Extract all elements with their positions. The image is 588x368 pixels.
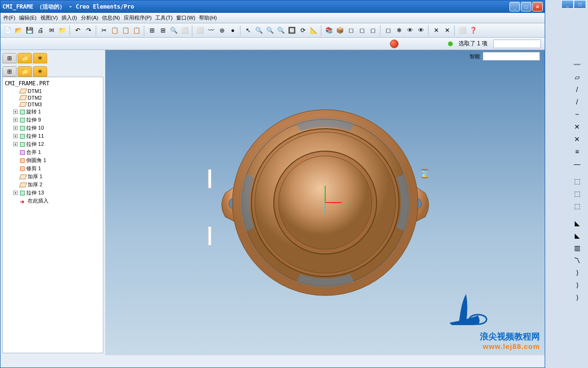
toolbar-button-24[interactable]: 🔲 [287, 25, 297, 36]
toolbar-button-31[interactable]: ◻ [368, 25, 378, 36]
right-toolbar-button-10[interactable]: ⬚ [571, 175, 583, 187]
toolbar-button-2[interactable]: 💾 [24, 25, 35, 36]
tab-tree-4[interactable]: ⊞ [2, 66, 17, 77]
tree-item[interactable]: DTM2 [5, 94, 101, 101]
right-toolbar-button-5[interactable]: ✕ [571, 121, 583, 133]
toolbar-button-12[interactable]: ⊞ [147, 25, 157, 36]
tree-item[interactable]: DTM3 [5, 101, 101, 108]
right-toolbar-button-6[interactable]: ✕ [571, 133, 583, 145]
toolbar-button-11[interactable]: 📋 [131, 25, 142, 36]
toolbar-button-19[interactable]: ● [228, 25, 238, 36]
right-toolbar-button-4[interactable]: ~ [571, 109, 583, 120]
tab-tree-3[interactable]: ✳ [33, 53, 47, 63]
close-button[interactable]: × [532, 2, 543, 11]
model-tree[interactable]: CMI_FRAME.PRT DTM1DTM2DTM3+旋转 1+拉伸 9+拉伸 … [2, 77, 103, 353]
toolbar-button-3[interactable]: 🖨 [35, 25, 46, 36]
expand-icon[interactable]: + [13, 191, 18, 195]
minimize-button[interactable]: _ [509, 2, 520, 11]
toolbar-button-13[interactable]: ⊞ [158, 25, 168, 36]
toolbar-button-18[interactable]: ⊕ [217, 25, 227, 36]
menu-view[interactable]: 视图(V) [39, 13, 60, 22]
toolbar-button-38[interactable]: ⬜ [457, 25, 468, 36]
right-toolbar-button-19[interactable]: ⟩ [571, 279, 583, 291]
toolbar-button-27[interactable]: 📚 [324, 25, 334, 36]
menu-analysis[interactable]: 分析(A) [79, 13, 100, 22]
right-toolbar-button-14[interactable]: ◣ [571, 217, 583, 229]
right-toolbar-button-2[interactable]: / [571, 84, 583, 95]
expand-icon[interactable]: + [13, 142, 18, 146]
stop-icon[interactable] [390, 40, 399, 48]
toolbar-button-33[interactable]: ❄ [394, 25, 404, 36]
menu-application[interactable]: 应用程序(P) [122, 13, 154, 22]
toolbar-button-37[interactable]: ✕ [442, 25, 452, 36]
toolbar-button-34[interactable]: 👁 [405, 25, 415, 36]
tree-item[interactable]: 加厚 1 [5, 173, 101, 181]
toolbar-button-9[interactable]: 📋 [110, 25, 120, 36]
tree-item[interactable]: +拉伸 13 [5, 189, 101, 197]
tab-tree-1[interactable]: ⊞ [2, 53, 17, 63]
expand-icon[interactable]: + [13, 118, 18, 122]
right-toolbar-button-20[interactable]: ⟩ [571, 292, 583, 303]
toolbar-button-30[interactable]: ◻ [357, 25, 367, 36]
right-toolbar-button-17[interactable]: 〽 [571, 255, 583, 266]
tree-item[interactable]: +拉伸 10 [5, 124, 101, 132]
toolbar-button-21[interactable]: 🔍 [254, 25, 264, 36]
tree-item[interactable]: ➜在此插入 [5, 197, 101, 205]
toolbar-button-32[interactable]: ◻ [383, 25, 393, 36]
outer-maximize-button[interactable]: □ [574, 0, 586, 9]
toolbar-button-16[interactable]: ⬜ [195, 25, 205, 36]
menu-edit[interactable]: 编辑(E) [17, 13, 39, 22]
toolbar-button-1[interactable]: 📂 [13, 25, 24, 36]
tab-tree-2[interactable]: 📁 [18, 53, 32, 63]
filter-input[interactable] [493, 40, 541, 48]
tree-item[interactable]: +拉伸 11 [5, 132, 101, 140]
tree-item[interactable]: +拉伸 12 [5, 140, 101, 148]
right-toolbar-button-7[interactable]: ≡ [571, 146, 583, 157]
toolbar-button-28[interactable]: 📦 [335, 25, 345, 36]
toolbar-button-35[interactable]: 👁 [416, 25, 426, 36]
toolbar-button-4[interactable]: ✉ [46, 25, 57, 36]
right-toolbar-button-11[interactable]: ⬚ [571, 188, 583, 199]
tree-item[interactable]: DTM1 [5, 88, 101, 94]
right-toolbar-button-1[interactable]: ▱ [571, 72, 583, 83]
smart-filter-input[interactable] [483, 52, 540, 61]
right-toolbar-button-15[interactable]: ◣ [571, 230, 583, 241]
toolbar-button-22[interactable]: 🔍 [265, 25, 275, 36]
outer-minimize-button[interactable]: _ [561, 0, 574, 9]
toolbar-button-5[interactable]: 📁 [57, 25, 68, 36]
tree-item[interactable]: 合并 1 [5, 148, 101, 156]
toolbar-button-6[interactable]: ↶ [72, 25, 83, 36]
expand-icon[interactable]: + [13, 126, 18, 130]
menu-insert[interactable]: 插入(I) [60, 13, 79, 22]
toolbar-button-39[interactable]: ❓ [468, 25, 478, 36]
right-toolbar-button-0[interactable]: 〰 [571, 59, 583, 71]
menu-window[interactable]: 窗口(W) [174, 13, 197, 22]
toolbar-button-29[interactable]: ◻ [346, 25, 356, 36]
toolbar-button-17[interactable]: 〰 [206, 25, 216, 36]
toolbar-button-10[interactable]: 📋 [120, 25, 131, 36]
right-toolbar-button-16[interactable]: ▥ [571, 242, 583, 254]
toolbar-button-26[interactable]: 📐 [309, 25, 319, 36]
tree-item[interactable]: +拉伸 9 [5, 116, 101, 124]
menu-help[interactable]: 帮助(H) [197, 13, 219, 22]
toolbar-button-23[interactable]: 🔍 [276, 25, 286, 36]
tree-item[interactable]: 修剪 1 [5, 164, 101, 173]
expand-icon[interactable]: + [13, 134, 18, 138]
toolbar-button-8[interactable]: ✂ [99, 25, 109, 36]
toolbar-button-36[interactable]: ✕ [431, 25, 441, 36]
right-toolbar-button-8[interactable]: — [571, 158, 583, 170]
tab-tree-5[interactable]: 📁 [18, 66, 32, 77]
toolbar-button-15[interactable]: ⬜ [179, 25, 190, 36]
tree-item[interactable]: +旋转 1 [5, 108, 101, 116]
right-toolbar-button-18[interactable]: ⟩ [571, 267, 583, 278]
toolbar-button-14[interactable]: 🔍 [169, 25, 179, 36]
menu-info[interactable]: 信息(N) [100, 13, 121, 22]
toolbar-button-20[interactable]: ↖ [243, 25, 253, 36]
menu-file[interactable]: 件(F) [1, 13, 17, 22]
right-toolbar-button-3[interactable]: / [571, 96, 583, 108]
3d-viewport[interactable]: 智能 [105, 50, 545, 355]
tree-item[interactable]: 倒圆角 1 [5, 156, 101, 164]
tree-root[interactable]: CMI_FRAME.PRT [5, 79, 101, 88]
tab-tree-6[interactable]: ✳ [33, 66, 47, 77]
tree-item[interactable]: 加厚 2 [5, 181, 101, 189]
